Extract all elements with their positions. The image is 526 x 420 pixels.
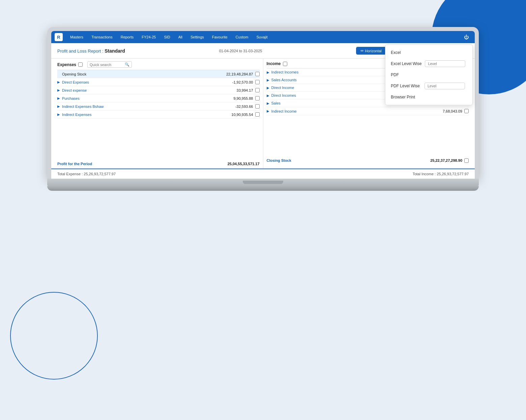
indirect-income-checkbox[interactable] (464, 109, 469, 113)
app-logo: R (55, 33, 63, 41)
profit-row: Profit for the Period 25,04,55,33,571.17 (57, 159, 260, 169)
page-title: Profit and Loss Report : Standard (57, 48, 125, 54)
row-direct-expense: ▶ Direct expense 33,994.17 (57, 86, 260, 94)
closing-stock-checkbox[interactable] (464, 158, 469, 163)
export-excel[interactable]: Excel (385, 48, 472, 58)
expand-sales[interactable]: ▶ (267, 101, 271, 105)
nav-fy2425[interactable]: FY24-25 (138, 34, 159, 40)
income-header-label: Income (267, 61, 281, 66)
direct-expense-amount: 33,994.17 (213, 88, 253, 92)
expand-indirect-expenses[interactable]: ▶ (57, 113, 62, 116)
purchases-checkbox[interactable] (255, 96, 260, 100)
nav-favourite[interactable]: Favourite (209, 34, 231, 40)
expand-indirect-income[interactable]: ▶ (267, 109, 271, 113)
power-icon[interactable]: ⏻ (461, 33, 471, 41)
indirect-expenses-bshaw-amount: -32,593.66 (213, 104, 253, 109)
opening-stock-label: Opening Stock (62, 72, 213, 76)
laptop-notch (243, 181, 283, 184)
laptop-container: R Masters Transactions Reports FY24-25 S… (47, 27, 479, 191)
footer-total-income: Total Income : 25,26,93,72,577.97 (263, 172, 469, 176)
nav-transactions[interactable]: Transactions (88, 34, 116, 40)
page-title-prefix: Profit and Loss Report : (57, 49, 105, 54)
row-indirect-expenses: ▶ Indirect Expenses 10,90,935.54 (57, 111, 260, 119)
page-footer: Total Expense : 25,26,93,72,577.97 Total… (51, 169, 475, 179)
pdf-level-input[interactable] (425, 83, 465, 89)
export-pdf-level-wise[interactable]: PDF Level Wise (385, 80, 472, 92)
bg-circle-bottom-left (10, 292, 98, 380)
expand-indirect-incomes[interactable]: ▶ (267, 70, 271, 74)
nav-masters[interactable]: Masters (67, 34, 87, 40)
income-spacer (267, 115, 469, 156)
expand-direct-expenses[interactable]: ▶ (57, 80, 62, 84)
quick-search-input[interactable] (90, 63, 123, 67)
purchases-label[interactable]: Purchases (62, 96, 213, 100)
direct-expenses-checkbox[interactable] (255, 80, 260, 84)
quick-search-icon: 🔍 (125, 62, 129, 67)
nav-reports[interactable]: Reports (117, 34, 137, 40)
horizontal-view-btn[interactable]: ⇔ Horizontal (356, 47, 386, 54)
horizontal-label: Horizontal (365, 49, 382, 53)
closing-stock-row: Closing Stock 25,22,37,27,298.90 (267, 156, 469, 166)
indirect-income-amount: 7,68,043.09 (422, 109, 462, 113)
nav-user[interactable]: Suvajit (253, 34, 271, 40)
expand-direct-incomes[interactable]: ▶ (267, 94, 271, 97)
expand-indirect-expenses-bshaw[interactable]: ▶ (57, 104, 62, 108)
indirect-expenses-amount: 10,90,935.54 (213, 113, 253, 117)
export-excel-level-label: Excel Level Wise (391, 61, 421, 66)
laptop-screen-frame: R Masters Transactions Reports FY24-25 S… (47, 27, 479, 179)
expand-direct-income[interactable]: ▶ (267, 86, 271, 90)
export-excel-level-wise[interactable]: Excel Level Wise (385, 58, 472, 70)
page-title-value: Standard (105, 48, 125, 54)
footer-total-expense: Total Expense : 25,26,93,72,577.97 (57, 172, 263, 176)
purchases-amount: 9,90,955.88 (213, 96, 253, 100)
nav-custom[interactable]: Custom (232, 34, 252, 40)
indirect-expenses-bshaw-checkbox[interactable] (255, 104, 260, 109)
expenses-column: Expenses 🔍 Opening Stock 22,19,48,284.87 (57, 59, 263, 169)
quick-search-box[interactable]: 🔍 (87, 61, 132, 68)
closing-stock-amount: 25,22,37,27,298.90 (422, 158, 462, 163)
laptop-base (47, 179, 479, 186)
export-browser-print-label: Browser Print (391, 95, 421, 99)
indirect-expenses-checkbox[interactable] (255, 112, 260, 117)
row-purchases: ▶ Purchases 9,90,955.88 (57, 94, 260, 102)
laptop-screen: R Masters Transactions Reports FY24-25 S… (51, 31, 475, 179)
expand-purchases[interactable]: ▶ (57, 96, 62, 100)
export-dropdown: Excel Excel Level Wise PDF PDF Level Wis… (385, 44, 473, 105)
export-browser-print[interactable]: Browser Print (385, 92, 472, 102)
expenses-select-all[interactable] (78, 62, 83, 67)
profit-label: Profit for the Period (57, 162, 219, 166)
direct-expense-label[interactable]: Direct expense (62, 88, 213, 92)
indirect-expenses-bshaw-label[interactable]: Indirect Expenses Bshaw (62, 104, 213, 109)
horizontal-icon: ⇔ (360, 49, 363, 53)
closing-stock-label: Closing Stock (267, 158, 422, 163)
laptop-bottom (47, 186, 479, 191)
logo-letter: R (57, 35, 60, 40)
expand-sales-accounts[interactable]: ▶ (267, 78, 271, 82)
export-pdf[interactable]: PDF (385, 70, 472, 80)
expand-direct-expense[interactable]: ▶ (57, 88, 62, 92)
indirect-income-label[interactable]: Indirect Income (271, 109, 422, 113)
opening-stock-checkbox[interactable] (255, 72, 260, 76)
row-direct-expenses: ▶ Direct Expenses -1,92,570.00 (57, 78, 260, 86)
indirect-expenses-label[interactable]: Indirect Expenses (62, 113, 213, 117)
date-range: 01-04-2024 to 31-03-2025 (129, 49, 352, 53)
opening-stock-amount: 22,19,48,284.87 (213, 72, 253, 76)
excel-level-input[interactable] (425, 60, 465, 67)
direct-expenses-amount: -1,92,570.00 (213, 80, 253, 84)
expenses-spacer (57, 119, 260, 159)
row-indirect-income: ▶ Indirect Income 7,68,043.09 (267, 107, 469, 115)
app-navbar: R Masters Transactions Reports FY24-25 S… (51, 31, 475, 43)
direct-expenses-label[interactable]: Direct Expenses (62, 80, 213, 84)
row-opening-stock: Opening Stock 22,19,48,284.87 (57, 70, 260, 78)
expenses-header-label: Expenses (57, 62, 76, 67)
income-select-all[interactable] (283, 62, 287, 66)
nav-all[interactable]: All (175, 34, 186, 40)
direct-expense-checkbox[interactable] (255, 88, 260, 92)
export-excel-label: Excel (391, 50, 421, 55)
expenses-col-header: Expenses 🔍 (57, 59, 260, 70)
export-pdf-level-label: PDF Level Wise (391, 84, 421, 88)
row-indirect-expenses-bshaw: ▶ Indirect Expenses Bshaw -32,593.66 (57, 102, 260, 111)
nav-sid[interactable]: SID (160, 34, 173, 40)
export-pdf-label: PDF (391, 72, 421, 77)
nav-settings[interactable]: Settings (187, 34, 207, 40)
